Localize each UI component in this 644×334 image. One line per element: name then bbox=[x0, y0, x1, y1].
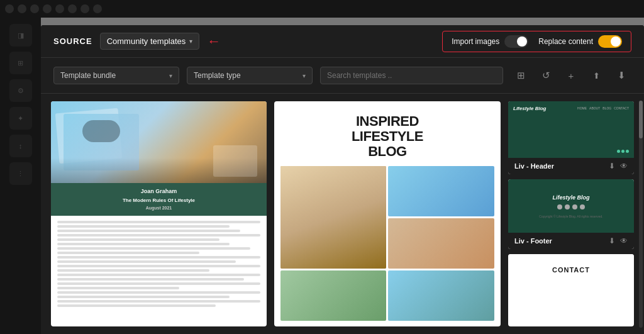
footer-social-icons bbox=[557, 204, 585, 209]
import-images-toggle-group: Import images bbox=[452, 35, 528, 48]
liv-header-nav: Lifestyle Blog HOME ABOUT BLOG CONTACT bbox=[508, 101, 634, 115]
eye-icon[interactable]: 👁 bbox=[620, 162, 628, 170]
liv-header-card-footer: Liv - Header ⬇ 👁 bbox=[508, 158, 634, 174]
liv-footer-name: Liv - Footer bbox=[514, 237, 552, 245]
source-dropdown[interactable]: Community templates ▾ bbox=[100, 33, 200, 50]
download-card-icon[interactable]: ⬇ bbox=[609, 162, 615, 170]
template-bundle-select[interactable]: Template bundle ▾ bbox=[53, 67, 179, 84]
card-actions: ⬇ 👁 bbox=[609, 162, 628, 170]
template-card-liv-header[interactable]: Lifestyle Blog HOME ABOUT BLOG CONTACT bbox=[508, 101, 634, 174]
liv-footer-card-footer: Liv - Footer ⬇ 👁 bbox=[508, 233, 634, 249]
lifestyle-image-1 bbox=[280, 166, 387, 269]
nav-links: HOME ABOUT BLOG CONTACT bbox=[577, 106, 629, 110]
templates-grid: Joan Graham The Modern Rules Of Lifestyl… bbox=[41, 94, 644, 334]
refresh-button[interactable]: ↺ bbox=[536, 65, 556, 86]
header-controls: Import images Replace content bbox=[442, 31, 631, 52]
template-card-1-content bbox=[51, 216, 267, 314]
chevron-down-icon: ▾ bbox=[303, 72, 306, 79]
refresh-icon: ↺ bbox=[542, 70, 550, 81]
import-images-toggle[interactable] bbox=[504, 35, 528, 48]
search-wrapper bbox=[320, 67, 503, 84]
template-card-2-header: INSPIRED LIFESTYLE BLOG bbox=[274, 101, 501, 166]
template-cards-column: Lifestyle Blog HOME ABOUT BLOG CONTACT bbox=[508, 101, 634, 326]
modal-header: SOURCE Community templates ▾ ← Import im… bbox=[41, 25, 644, 58]
arrow-indicator: ← bbox=[207, 33, 221, 50]
replace-content-toggle[interactable] bbox=[598, 35, 622, 48]
import-button[interactable]: ⬆ bbox=[586, 65, 606, 86]
nav-contact: CONTACT bbox=[614, 106, 629, 110]
liv-header-preview: Lifestyle Blog HOME ABOUT BLOG CONTACT bbox=[508, 101, 634, 158]
download-icon: ⬇ bbox=[618, 70, 626, 81]
nav-about: ABOUT bbox=[589, 106, 600, 110]
dot-3 bbox=[626, 150, 629, 153]
template-card-1-image bbox=[51, 101, 267, 183]
template-card-contact[interactable]: CONTACT bbox=[508, 254, 634, 326]
scrollbar-thumb[interactable] bbox=[639, 101, 643, 138]
blog-title: The Modern Rules Of Lifestyle bbox=[55, 198, 263, 204]
template-card-liv-footer[interactable]: Lifestyle Blog Copyright © Lifestyle Blo… bbox=[508, 179, 634, 249]
add-button[interactable]: + bbox=[561, 65, 581, 86]
liv-footer-preview: Lifestyle Blog Copyright © Lifestyle Blo… bbox=[508, 179, 634, 233]
download-footer-icon[interactable]: ⬇ bbox=[609, 237, 615, 245]
add-icon: + bbox=[569, 70, 574, 81]
social-icon-1 bbox=[557, 204, 562, 209]
contact-preview: CONTACT bbox=[508, 254, 634, 286]
lifestyle-image-4 bbox=[280, 270, 387, 321]
chevron-down-icon: ▾ bbox=[189, 38, 192, 45]
template-type-label: Template type bbox=[194, 71, 241, 80]
dot-2 bbox=[621, 150, 625, 153]
filter-bar: Template bundle ▾ Template type ▾ ⊞ ↺ + … bbox=[41, 58, 644, 94]
template-card-1[interactable]: Joan Graham The Modern Rules Of Lifestyl… bbox=[51, 101, 267, 326]
scrollbar-track bbox=[639, 101, 643, 328]
card-actions-footer: ⬇ 👁 bbox=[609, 237, 628, 245]
toolbar-icons: ⊞ ↺ + ⬆ ⬇ bbox=[511, 65, 631, 86]
eye-footer-icon[interactable]: 👁 bbox=[620, 237, 628, 245]
footer-copyright: Copyright © Lifestyle Blog. All rights r… bbox=[539, 214, 603, 218]
blog-date: August 2021 bbox=[55, 205, 263, 211]
search-input[interactable] bbox=[320, 67, 503, 84]
template-card-2-images bbox=[274, 166, 501, 326]
nav-blog: BLOG bbox=[602, 106, 611, 110]
replace-content-toggle-group: Replace content bbox=[538, 35, 622, 48]
template-type-select[interactable]: Template type ▾ bbox=[187, 67, 313, 84]
import-icon: ⬆ bbox=[593, 71, 600, 81]
chevron-down-icon: ▾ bbox=[169, 72, 172, 79]
download-button[interactable]: ⬇ bbox=[611, 65, 631, 86]
inspired-title: INSPIRED LIFESTYLE BLOG bbox=[284, 114, 491, 160]
dot-1 bbox=[617, 150, 620, 153]
social-icon-2 bbox=[565, 204, 570, 209]
lifestyle-image-5 bbox=[388, 270, 494, 321]
social-icon-3 bbox=[572, 204, 577, 209]
liv-header-name: Liv - Header bbox=[514, 162, 554, 170]
template-bundle-label: Template bundle bbox=[60, 71, 116, 80]
template-card-1-banner: Joan Graham The Modern Rules Of Lifestyl… bbox=[51, 183, 267, 216]
source-dropdown-value: Community templates bbox=[107, 36, 186, 46]
template-card-2[interactable]: INSPIRED LIFESTYLE BLOG bbox=[274, 101, 501, 326]
blog-author: Joan Graham bbox=[55, 188, 263, 196]
import-images-label: Import images bbox=[452, 37, 499, 46]
lifestyle-image-3 bbox=[388, 218, 494, 269]
template-modal: SOURCE Community templates ▾ ← Import im… bbox=[41, 25, 644, 334]
contact-title: CONTACT bbox=[552, 266, 590, 274]
grid-icon: ⊞ bbox=[517, 70, 525, 81]
source-label: SOURCE bbox=[53, 36, 92, 46]
grid-view-button[interactable]: ⊞ bbox=[511, 65, 531, 86]
social-icon-4 bbox=[580, 204, 585, 209]
card-dots bbox=[617, 150, 629, 153]
nav-home: HOME bbox=[577, 106, 587, 110]
liv-logo: Lifestyle Blog bbox=[513, 106, 546, 111]
footer-logo: Lifestyle Blog bbox=[552, 194, 589, 201]
lifestyle-image-2 bbox=[388, 166, 494, 216]
replace-content-label: Replace content bbox=[538, 37, 593, 46]
